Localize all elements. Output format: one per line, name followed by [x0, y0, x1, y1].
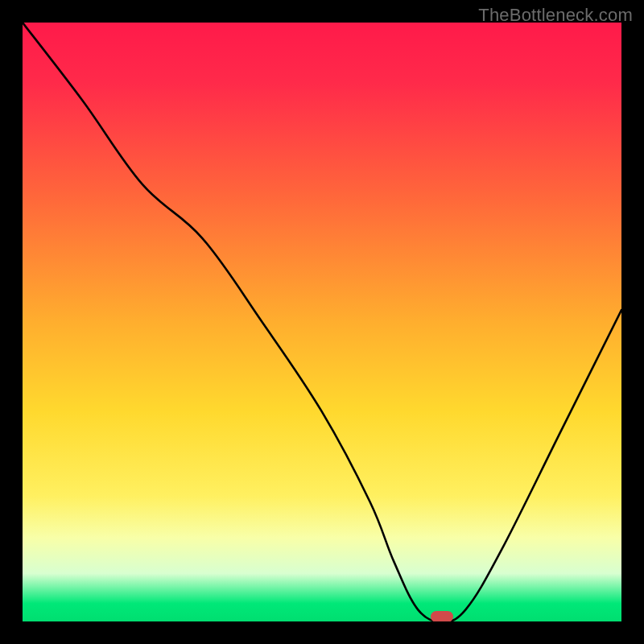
bottleneck-curve: [23, 23, 621, 621]
curve-layer: [23, 23, 621, 621]
chart-frame: TheBottleneck.com: [0, 0, 644, 644]
plot-area: [23, 23, 621, 621]
watermark-text: TheBottleneck.com: [478, 5, 633, 26]
optimum-marker: [431, 611, 453, 621]
